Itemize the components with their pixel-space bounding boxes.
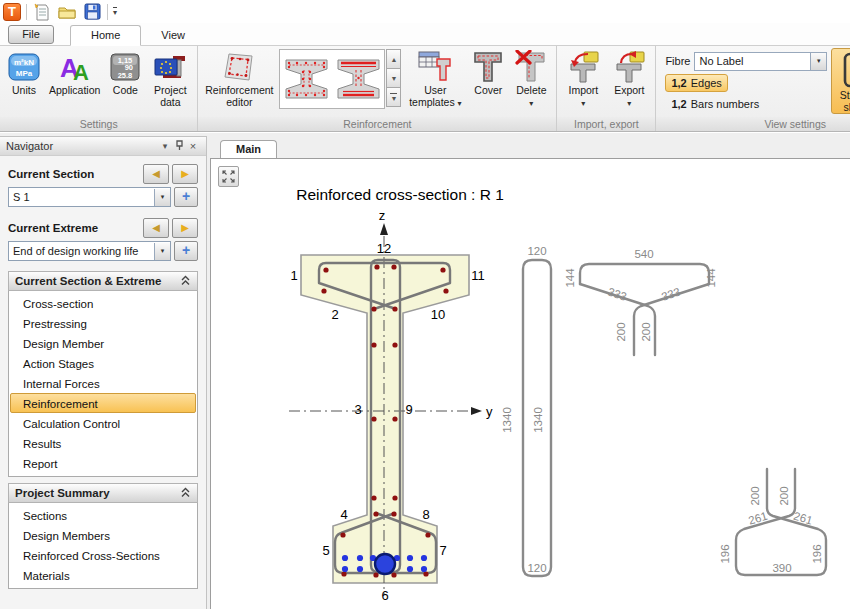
y-axis-label: y [486,404,493,419]
view-settings-column: Fibre No Label ▾ 1,2 Edges 1,2 Bars numb… [659,48,831,113]
delete-button[interactable]: Delete▾ [509,48,553,110]
left-arrow-icon: ◀ [152,168,160,179]
template-gallery-box [279,49,385,109]
units-icon: m²kNMPa [7,50,41,84]
current-section-label: Current Section [8,168,140,180]
ribbon-tab-bar: File Home View [0,23,850,46]
nav-item-results[interactable]: Results [10,433,196,453]
nav-item-action-stages[interactable]: Action Stages [10,353,196,373]
nav-item-materials[interactable]: Materials [10,565,196,585]
nav-item-prestressing[interactable]: Prestressing [10,313,196,333]
pin-icon[interactable] [172,140,186,153]
reinforcement-editor-label: Reinforcement editor [205,84,273,108]
nav-item-design-member[interactable]: Design Member [10,333,196,353]
current-section-dropdown[interactable]: S 1 ▾ [8,187,171,207]
dim-web-top: 120 [527,245,546,257]
dim-bottom-side-right: 196 [811,544,823,563]
reinforcement-editor-button[interactable]: Reinforcement editor [201,48,277,110]
user-templates-label: User templates ▾ [407,84,463,108]
section-extreme-header[interactable]: Current Section & Extreme [8,271,198,291]
current-extreme-dropdown-button[interactable]: ▾ [154,243,170,260]
reinforcement-body: Reinforcement editor ▲ ▼ ▼ User template… [198,46,556,117]
group-label-settings: Settings [0,117,197,131]
dropdown-arrow-icon: ▾ [161,247,165,255]
bar-label-3: 3 [354,402,361,417]
settings-body: m²kNMPa Units AA Application 1,159025.8 … [0,46,197,117]
main-area: Main Reinforced cross-section : R 1 z y [210,136,850,609]
dim-bottom-leg-left: 200 [749,486,761,505]
user-templates-button[interactable]: User templates ▾ [403,48,467,110]
app-logo[interactable]: T [3,3,21,21]
units-button[interactable]: m²kNMPa Units [3,48,45,98]
gallery-down-button[interactable]: ▼ [386,68,401,88]
section-extreme-header-label: Current Section & Extreme [15,275,161,287]
nav-item-calculation-control[interactable]: Calculation Control [10,413,196,433]
project-summary-list: Sections Design Members Reinforced Cross… [8,503,198,589]
svg-text:MPa: MPa [16,69,33,78]
stirrups-shape-button[interactable]: Stirrups shape [831,48,850,114]
open-button[interactable] [57,2,77,22]
previous-extreme-button[interactable]: ◀ [143,218,169,238]
current-section-combo-row: S 1 ▾ + [8,187,198,207]
next-extreme-button[interactable]: ▶ [172,218,198,238]
bar-label-4: 4 [340,507,347,522]
code-button[interactable]: 1,159025.8 Code [104,48,146,98]
current-extreme-dropdown[interactable]: End of design working life ▾ [8,241,171,261]
add-section-button[interactable]: + [174,187,198,207]
nav-item-reinforcement[interactable]: Reinforcement [10,393,196,413]
current-section-dropdown-button[interactable]: ▾ [154,189,170,206]
application-button[interactable]: AA Application [45,48,104,98]
template-thumb-1[interactable] [283,56,330,102]
add-extreme-button[interactable]: + [174,241,198,261]
save-button[interactable] [82,2,102,22]
gallery-up-button[interactable]: ▲ [386,49,401,69]
new-document-icon [34,3,50,21]
bars-numbers-toggle[interactable]: 1,2 Bars numbers [665,95,765,113]
dim-bottom-slant-right: 261 [792,510,814,527]
tab-file[interactable]: File [8,25,54,44]
nav-item-cross-section[interactable]: Cross-section [10,293,196,313]
current-extreme-combo-row: End of design working life ▾ + [8,241,198,261]
delete-icon [514,50,548,84]
nav-item-internal-forces[interactable]: Internal Forces [10,373,196,393]
tab-home[interactable]: Home [70,25,141,46]
nav-item-sections[interactable]: Sections [10,505,196,525]
fibre-label: Fibre [665,55,690,67]
next-section-button[interactable]: ▶ [172,164,198,184]
dim-flange-slant-right: 333 [660,286,682,303]
navigator-panel: Navigator ▾ × Current Section ◀ ▶ S 1 ▾ … [0,136,207,609]
cover-button[interactable]: Cover [467,48,509,98]
dropdown-arrow-icon: ▾ [458,99,462,108]
project-summary-header[interactable]: Project Summary [8,483,198,503]
fibre-dropdown[interactable]: No Label ▾ [694,52,827,71]
dropdown-arrow-icon: ▾ [581,99,585,108]
nav-item-report[interactable]: Report [10,453,196,473]
y-axis-arrow [471,407,482,415]
bar-label-1: 1 [290,268,297,283]
panel-menu-icon[interactable]: ▾ [158,141,172,151]
cover-icon [471,50,505,84]
nav-item-reinforced-cross-sections[interactable]: Reinforced Cross-Sections [10,545,196,565]
import-icon [566,50,600,84]
project-data-icon [153,50,187,84]
edges-toggle[interactable]: 1,2 Edges [665,74,728,92]
quick-access-dropdown-icon[interactable]: ▾ [113,7,117,17]
template-thumb-2[interactable] [335,56,382,102]
close-icon[interactable]: × [186,140,200,152]
project-data-button[interactable]: Project data [146,48,194,110]
tab-view[interactable]: View [141,26,205,45]
export-button[interactable]: Export▾ [606,48,652,110]
application-icon: AA [58,50,92,84]
current-section-value: S 1 [9,191,154,203]
units-label: Units [12,84,36,96]
new-document-button[interactable] [32,2,52,22]
nav-item-design-members[interactable]: Design Members [10,525,196,545]
import-button[interactable]: Import▾ [560,48,606,110]
plus-icon: + [182,242,190,258]
previous-section-button[interactable]: ◀ [143,164,169,184]
dim-bottom-slant-left: 261 [747,510,769,527]
zoom-fit-button[interactable] [218,166,239,187]
gallery-more-button[interactable]: ▼ [386,87,401,107]
fibre-dropdown-button[interactable]: ▾ [810,53,826,70]
tab-main[interactable]: Main [220,140,277,158]
